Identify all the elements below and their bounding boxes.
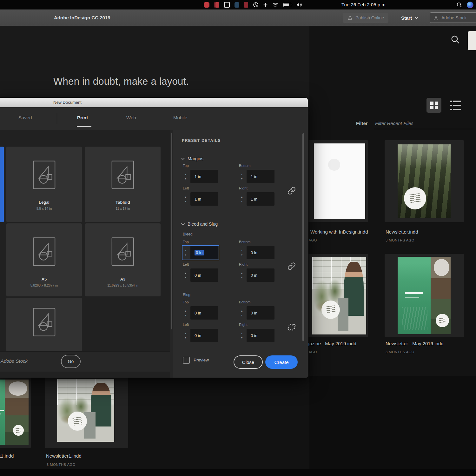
stepper[interactable]: ▴▾: [239, 272, 245, 279]
close-button[interactable]: Close: [234, 355, 263, 369]
go-button[interactable]: Go: [61, 355, 81, 368]
plus-icon[interactable]: [263, 3, 268, 7]
slug-right-input[interactable]: ▴▾ 0 in: [239, 329, 274, 342]
selected-preset-edge[interactable]: [0, 147, 4, 222]
menubar-clock[interactable]: Tue 26 Feb 2:05 p.m.: [341, 0, 387, 10]
list-view-button[interactable]: [450, 101, 461, 110]
stepper[interactable]: ▴▾: [239, 249, 245, 256]
preset-a5[interactable]: A5 5.8268 x 8.2677 in: [6, 223, 82, 296]
preset-tabloid[interactable]: Tabloid 11 x 17 in: [85, 147, 161, 222]
margin-top-input[interactable]: ▴▾ 1 in: [183, 170, 218, 183]
volume-icon[interactable]: [296, 2, 302, 7]
stepper-up-icon[interactable]: ▴: [241, 272, 242, 274]
stepper-down-icon[interactable]: ▾: [241, 177, 242, 180]
stepper[interactable]: ▴▾: [239, 173, 245, 180]
stepper-down-icon[interactable]: ▾: [241, 276, 242, 279]
stepper[interactable]: ▴▾: [183, 173, 188, 180]
margin-bottom-input[interactable]: ▴▾ 1 in: [239, 170, 274, 183]
menubar-app-icon-navy[interactable]: [235, 2, 239, 8]
preset-partial[interactable]: [6, 298, 82, 352]
slug-broken-link-icon[interactable]: [288, 323, 296, 331]
file-name[interactable]: Document1.indd: [0, 453, 14, 459]
battery-icon[interactable]: [283, 3, 291, 7]
bleed-top-input[interactable]: ▴▾ 0 in: [183, 246, 218, 259]
margin-left-input[interactable]: ▴▾ 1 in: [183, 192, 218, 206]
margin-right-input[interactable]: ▴▾ 1 in: [239, 192, 274, 206]
bleed-left-input[interactable]: ▴▾ 0 in: [183, 268, 218, 282]
tab-saved[interactable]: Saved: [18, 115, 32, 120]
stepper[interactable]: ▴▾: [239, 332, 245, 339]
tab-mobile[interactable]: Mobile: [173, 115, 187, 120]
file-name[interactable]: Newsletter1.indd: [46, 453, 82, 459]
recent-file-card[interactable]: [300, 140, 368, 222]
recent-file-card[interactable]: [45, 376, 128, 448]
stepper[interactable]: ▴▾: [239, 195, 245, 203]
stepper[interactable]: ▴▾: [183, 332, 188, 339]
stepper-up-icon[interactable]: ▴: [185, 309, 186, 312]
file-name[interactable]: Working with InDesign.indd: [310, 229, 368, 235]
bleed-link-icon[interactable]: [288, 262, 296, 270]
stepper[interactable]: ▴▾: [183, 249, 188, 256]
dialog-titlebar[interactable]: New Document: [0, 98, 308, 108]
adobe-stock-search[interactable]: Adobe Stock: [430, 12, 476, 23]
file-name[interactable]: Magazine - May 2019.indd: [300, 341, 356, 346]
recent-file-card[interactable]: [385, 254, 464, 337]
bleed-right-input[interactable]: ▴▾ 0 in: [239, 268, 274, 282]
slug-top-input[interactable]: ▴▾ 0 in: [183, 306, 218, 320]
menubar-app-icon-outline[interactable]: [224, 2, 230, 8]
stepper[interactable]: ▴▾: [183, 309, 188, 317]
stepper-up-icon[interactable]: ▴: [185, 195, 186, 198]
wifi-icon[interactable]: [272, 2, 279, 7]
stepper-down-icon[interactable]: ▾: [185, 276, 186, 279]
search-icon[interactable]: [451, 35, 460, 44]
adobe-stock-templates-text[interactable]: Adobe Stock: [1, 358, 28, 364]
stepper-down-icon[interactable]: ▾: [185, 254, 186, 256]
stepper-down-icon[interactable]: ▾: [241, 254, 242, 256]
start-workspace-button[interactable]: Start: [401, 13, 418, 23]
recent-file-card[interactable]: [385, 140, 464, 222]
bleed-slug-section-header[interactable]: Bleed and Slug: [181, 221, 218, 227]
slug-left-input[interactable]: ▴▾ 0 in: [183, 329, 218, 342]
margins-link-icon[interactable]: [288, 187, 296, 195]
stepper-down-icon[interactable]: ▾: [185, 336, 186, 339]
stepper-up-icon[interactable]: ▴: [241, 195, 242, 198]
file-name[interactable]: Newsletter.indd: [386, 229, 418, 235]
stepper-down-icon[interactable]: ▾: [185, 200, 186, 203]
avatar[interactable]: [468, 31, 476, 50]
file-name[interactable]: Newsletter - May 2019.indd: [386, 341, 444, 346]
create-button[interactable]: Create: [265, 355, 298, 369]
recent-file-card[interactable]: [0, 376, 31, 448]
tab-web[interactable]: Web: [126, 115, 136, 120]
stepper-down-icon[interactable]: ▾: [185, 177, 186, 180]
stepper[interactable]: ▴▾: [183, 195, 188, 203]
stepper-up-icon[interactable]: ▴: [241, 332, 242, 335]
stepper[interactable]: ▴▾: [183, 272, 188, 279]
stepper-down-icon[interactable]: ▾: [241, 336, 242, 339]
stepper-up-icon[interactable]: ▴: [185, 173, 186, 176]
stepper-up-icon[interactable]: ▴: [241, 309, 242, 312]
bleed-bottom-input[interactable]: ▴▾ 0 in: [239, 246, 274, 259]
dialog-scrollbar[interactable]: [302, 133, 304, 341]
preset-pane-scrollbar[interactable]: [170, 130, 173, 378]
stepper-up-icon[interactable]: ▴: [241, 173, 242, 176]
filter-input[interactable]: Filter Recent Files: [375, 121, 413, 126]
preset-legal[interactable]: Legal 8.5 x 14 in: [6, 147, 82, 222]
stepper-down-icon[interactable]: ▾: [241, 314, 242, 317]
stepper-up-icon[interactable]: ▴: [185, 249, 186, 252]
recent-file-card[interactable]: [300, 254, 368, 337]
stepper-down-icon[interactable]: ▾: [241, 200, 242, 203]
grid-view-button[interactable]: [426, 98, 441, 113]
margins-section-header[interactable]: Margins: [181, 156, 203, 161]
stepper-up-icon[interactable]: ▴: [185, 332, 186, 335]
menubar-app-icon-crimson[interactable]: [214, 2, 219, 8]
clock-icon[interactable]: [253, 2, 259, 8]
preview-checkbox[interactable]: [183, 357, 190, 364]
siri-icon[interactable]: [467, 2, 473, 8]
publish-online-button[interactable]: Publish Online: [343, 13, 388, 23]
preset-a3[interactable]: A3 11.6929 x 16.5354 in: [85, 223, 161, 296]
stepper-up-icon[interactable]: ▴: [241, 249, 242, 252]
spotlight-search-icon[interactable]: [457, 2, 462, 8]
stepper-up-icon[interactable]: ▴: [185, 272, 186, 274]
menubar-app-icon-red[interactable]: [204, 2, 209, 8]
stepper[interactable]: ▴▾: [239, 309, 245, 317]
